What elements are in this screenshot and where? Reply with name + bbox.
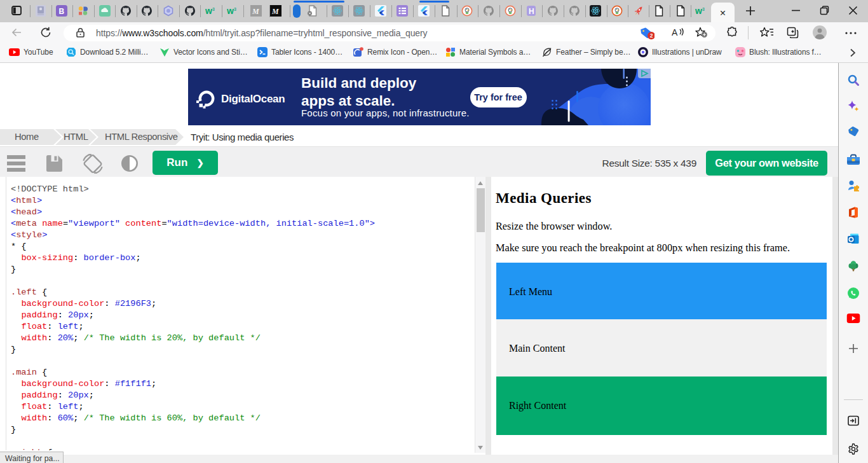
svg-text:2: 2	[650, 32, 653, 39]
svg-text:w: w	[695, 6, 702, 16]
svg-text:M: M	[252, 7, 259, 16]
svg-text:B: B	[59, 7, 65, 16]
svg-text:Focus on your apps, not infras: Focus on your apps, not infrastructure.	[301, 107, 470, 118]
svg-text:Build and deploy: Build and deploy	[301, 75, 417, 91]
svg-text:3: 3	[212, 7, 215, 11]
svg-text:w: w	[205, 6, 212, 16]
svg-text:A: A	[672, 27, 678, 38]
svg-text:w: w	[227, 6, 234, 16]
svg-text:Try for free: Try for free	[474, 92, 522, 102]
svg-text:DigitalOcean: DigitalOcean	[221, 93, 285, 105]
svg-text:M: M	[271, 7, 279, 16]
svg-text:3: 3	[234, 7, 236, 11]
svg-text:3: 3	[702, 7, 705, 11]
svg-text:apps at scale.: apps at scale.	[301, 93, 395, 109]
svg-text:H: H	[529, 7, 534, 16]
